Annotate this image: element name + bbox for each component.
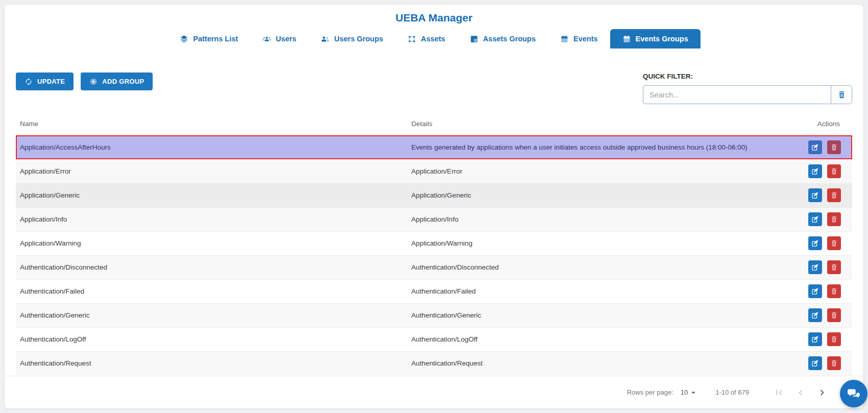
tab-users-groups[interactable]: Users Groups <box>308 29 395 48</box>
row-details: Application/Error <box>407 159 776 183</box>
row-name: Authentication/Generic <box>16 303 407 327</box>
row-details: Application/Info <box>407 207 776 231</box>
trash-icon <box>830 191 838 199</box>
table-row[interactable]: Application/AccessAfterHours Events gene… <box>16 135 852 159</box>
row-actions <box>776 159 852 183</box>
delete-row-button[interactable] <box>827 260 841 274</box>
delete-row-button[interactable] <box>827 236 841 250</box>
row-name: Application/AccessAfterHours <box>16 135 407 159</box>
row-name: Application/Generic <box>16 183 407 207</box>
row-actions <box>776 351 852 375</box>
rows-per-page-value: 10 <box>681 388 688 396</box>
edit-row-button[interactable] <box>808 236 822 250</box>
toolbar: UPDATE ADD GROUP QUICK FILTER: <box>16 72 852 104</box>
row-actions <box>776 327 852 351</box>
tab-assets-groups[interactable]: Assets Groups <box>457 29 548 48</box>
chevron-right-icon <box>816 387 828 398</box>
tab-assets[interactable]: Assets <box>395 29 457 48</box>
row-name: Application/Error <box>16 159 407 183</box>
table-header-row: Name Details Actions <box>16 115 852 135</box>
trash-icon <box>830 215 838 223</box>
add-group-button[interactable]: ADD GROUP <box>81 72 153 90</box>
row-actions <box>776 183 852 207</box>
edit-row-button[interactable] <box>808 140 822 154</box>
table-row[interactable]: Authentication/Failed Authentication/Fai… <box>16 279 852 303</box>
users-icon <box>262 35 271 43</box>
column-header-details: Details <box>407 115 776 135</box>
first-page-button[interactable] <box>773 386 786 399</box>
edit-row-button[interactable] <box>808 212 822 226</box>
row-details: Authentication/Request <box>407 351 776 375</box>
table-row[interactable]: Authentication/LogOff Authentication/Log… <box>16 327 852 351</box>
row-name: Authentication/Disconnected <box>16 255 407 279</box>
edit-row-button[interactable] <box>808 260 822 274</box>
edit-icon <box>811 239 819 247</box>
table-row[interactable]: Authentication/Disconnected Authenticati… <box>16 255 852 279</box>
row-actions <box>776 255 852 279</box>
edit-row-button[interactable] <box>808 164 822 178</box>
trash-icon <box>830 335 838 343</box>
row-name: Application/Warning <box>16 231 407 255</box>
row-name: Authentication/Failed <box>16 279 407 303</box>
edit-icon <box>811 191 819 199</box>
chat-fab-button[interactable] <box>840 380 867 407</box>
delete-row-button[interactable] <box>827 140 841 154</box>
row-actions <box>776 279 852 303</box>
edit-row-button[interactable] <box>808 332 822 346</box>
edit-row-button[interactable] <box>808 356 822 370</box>
rows-per-page-select[interactable]: 10 <box>681 388 698 397</box>
delete-row-button[interactable] <box>827 212 841 226</box>
previous-page-button[interactable] <box>794 386 807 399</box>
table-row[interactable]: Application/Warning Application/Warning <box>16 231 852 255</box>
quick-filter-label: QUICK FILTER: <box>643 72 852 80</box>
first-page-icon <box>774 387 785 398</box>
row-actions <box>776 207 852 231</box>
edit-icon <box>811 359 819 367</box>
trash-icon <box>830 359 838 367</box>
table-row[interactable]: Application/Info Application/Info <box>16 207 852 231</box>
edit-row-button[interactable] <box>808 308 822 322</box>
calendar-icon <box>622 35 631 43</box>
delete-row-button[interactable] <box>827 164 841 178</box>
row-details: Authentication/Failed <box>407 279 776 303</box>
table-row[interactable]: Application/Generic Application/Generic <box>16 183 852 207</box>
ueba-manager-panel: UEBA Manager Patterns List Users Users G… <box>4 4 864 409</box>
tab-label: Assets <box>421 35 445 43</box>
row-details: Authentication/Generic <box>407 303 776 327</box>
table-row[interactable]: Authentication/Generic Authentication/Ge… <box>16 303 852 327</box>
delete-row-button[interactable] <box>827 284 841 298</box>
tab-patterns-list[interactable]: Patterns List <box>167 29 250 48</box>
plus-circle-icon <box>89 78 98 86</box>
delete-row-button[interactable] <box>827 188 841 202</box>
search-input[interactable] <box>643 85 831 104</box>
calendar-icon <box>560 35 569 43</box>
row-actions <box>776 231 852 255</box>
row-details: Events generated by applications when a … <box>407 135 776 159</box>
delete-row-button[interactable] <box>827 332 841 346</box>
tab-events[interactable]: Events <box>548 29 610 48</box>
next-page-button[interactable] <box>815 386 829 399</box>
layers-icon <box>180 35 188 43</box>
edit-row-button[interactable] <box>808 188 822 202</box>
table-row[interactable]: Application/Error Application/Error <box>16 159 852 183</box>
delete-row-button[interactable] <box>827 356 841 370</box>
edit-icon <box>811 167 819 175</box>
update-button[interactable]: UPDATE <box>16 72 74 90</box>
tab-label: Patterns List <box>193 35 238 43</box>
table-row[interactable]: Authentication/Request Authentication/Re… <box>16 351 852 375</box>
row-name: Authentication/Request <box>16 351 407 375</box>
tab-label: Users <box>276 35 296 43</box>
chevron-left-icon <box>795 387 806 398</box>
clear-filter-button[interactable] <box>831 85 852 104</box>
quick-filter: QUICK FILTER: <box>643 72 852 104</box>
row-details: Authentication/Disconnected <box>407 255 776 279</box>
edit-row-button[interactable] <box>808 284 822 298</box>
trash-icon <box>830 143 838 151</box>
tab-users[interactable]: Users <box>250 29 308 48</box>
delete-row-button[interactable] <box>827 308 841 322</box>
tab-events-groups[interactable]: Events Groups <box>610 29 701 48</box>
tab-bar: Patterns List Users Users Groups Assets … <box>5 29 863 48</box>
edit-icon <box>811 287 819 295</box>
row-name: Authentication/LogOff <box>16 327 407 351</box>
trash-icon <box>830 287 838 295</box>
